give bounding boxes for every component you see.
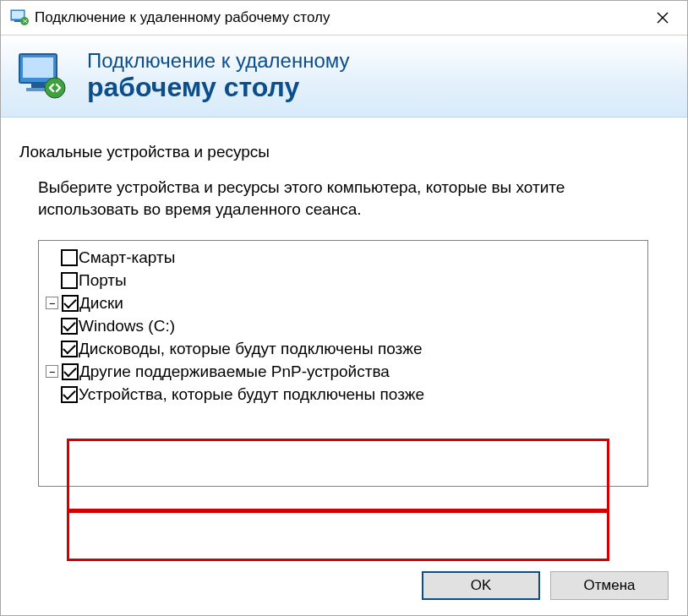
- checkbox-ports[interactable]: [61, 272, 78, 289]
- content-area: Локальные устройства и ресурсы Выберите …: [1, 117, 687, 615]
- group-label: Локальные устройства и ресурсы: [19, 143, 669, 161]
- svg-point-11: [45, 78, 65, 98]
- label-later-devices: Устройства, которые будут подключены поз…: [79, 383, 424, 406]
- checkbox-smartcards[interactable]: [61, 249, 78, 266]
- label-windows-c: Windows (C:): [79, 314, 175, 337]
- rdp-title-icon: [9, 8, 30, 28]
- label-drives: Диски: [79, 292, 123, 314]
- banner-text: Подключение к удаленному рабочему столу: [87, 50, 350, 102]
- svg-rect-1: [12, 11, 24, 19]
- rdp-banner-icon: [16, 49, 70, 103]
- checkbox-drives[interactable]: [62, 295, 79, 312]
- annotation-highlight-pnp: [67, 510, 609, 561]
- cancel-button-label: Отмена: [584, 577, 636, 594]
- svg-rect-9: [31, 83, 45, 88]
- checkbox-other-pnp[interactable]: [62, 363, 79, 380]
- checkbox-later-drives[interactable]: [61, 341, 78, 357]
- label-ports: Порты: [79, 269, 127, 292]
- tree-item-drives[interactable]: − Диски: [42, 292, 644, 314]
- label-other-pnp: Другие поддерживаемые PnP-устройства: [79, 360, 390, 383]
- button-row: OK Отмена: [422, 571, 669, 600]
- rdp-dialog-window: Подключение к удаленному рабочему столу …: [0, 0, 688, 616]
- collapse-icon[interactable]: −: [46, 365, 58, 378]
- close-button[interactable]: [638, 1, 687, 35]
- tree-item-smartcards[interactable]: Смарт-карты: [42, 246, 644, 269]
- tree-item-other-pnp[interactable]: − Другие поддерживаемые PnP-устройства: [42, 360, 644, 383]
- instruction-text: Выберите устройства и ресурсы этого комп…: [38, 177, 669, 220]
- titlebar: Подключение к удаленному рабочему столу: [1, 1, 687, 35]
- device-tree[interactable]: Смарт-карты Порты − Диски Windows (C:) Д…: [38, 240, 648, 487]
- window-title: Подключение к удаленному рабочему столу: [35, 9, 638, 26]
- label-later-drives: Дисководы, которые будут подключены позж…: [79, 337, 423, 360]
- svg-rect-2: [14, 20, 21, 22]
- close-icon: [657, 12, 669, 24]
- cancel-button[interactable]: Отмена: [550, 571, 669, 600]
- svg-rect-8: [23, 57, 53, 78]
- label-smartcards: Смарт-карты: [79, 246, 175, 269]
- checkbox-windows-c[interactable]: [61, 318, 78, 335]
- tree-item-ports[interactable]: Порты: [42, 269, 644, 292]
- banner-line-1: Подключение к удаленному: [87, 50, 350, 72]
- ok-button[interactable]: OK: [422, 571, 540, 600]
- collapse-icon[interactable]: −: [46, 297, 58, 309]
- tree-item-later-drives[interactable]: Дисководы, которые будут подключены позж…: [42, 337, 644, 360]
- banner-line-2: рабочему столу: [87, 73, 350, 102]
- ok-button-label: OK: [471, 577, 492, 594]
- banner: Подключение к удаленному рабочему столу: [1, 35, 687, 117]
- tree-item-later-devices[interactable]: Устройства, которые будут подключены поз…: [42, 383, 644, 406]
- tree-item-windows-c[interactable]: Windows (C:): [42, 314, 644, 337]
- checkbox-later-devices[interactable]: [61, 386, 78, 403]
